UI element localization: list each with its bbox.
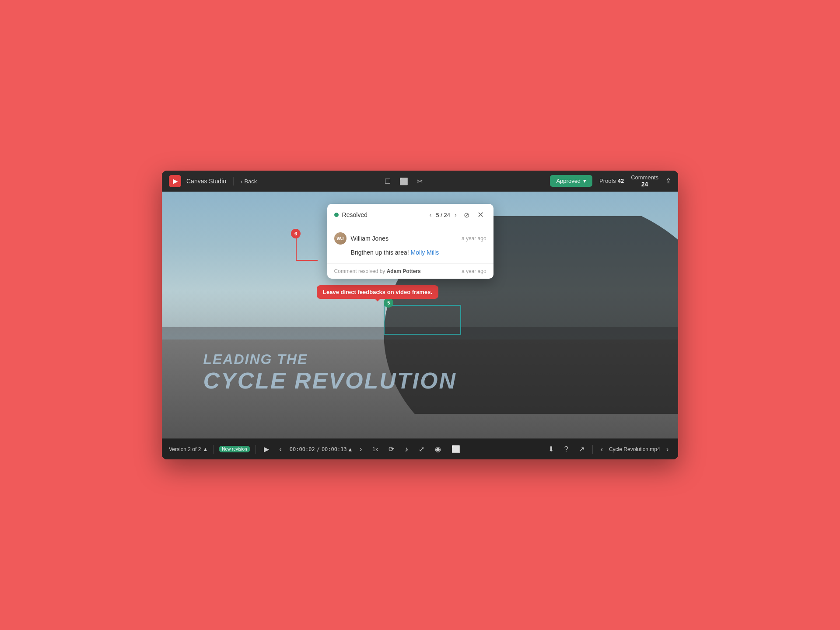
popup-body: WJ William Jones a year ago Brigthen up … [327,226,494,263]
controls-bar: Version 2 of 2 ▲ New revision ▶ ‹ 00:00:… [162,438,678,459]
comment-author-row: WJ William Jones a year ago [334,232,486,245]
comment-text: Brigthen up this area! Molly Mills [334,248,486,257]
new-revision-badge[interactable]: New revision [219,446,250,452]
screen-wrapper: ▶ Canvas Studio ‹ Back ☐ ⬜ ✂ Approved ▾ … [162,171,678,459]
topbar-center: ☐ ⬜ ✂ [262,177,545,186]
author-name: William Jones [351,235,457,242]
video-text-overlay: LEADING THE CYCLE REVOLUTION [203,351,457,394]
loop-button[interactable]: ⟳ [386,443,397,455]
speed-button[interactable]: 1x [370,444,381,454]
eye-button[interactable]: ◉ [432,443,444,455]
file-next-button[interactable]: › [664,444,671,455]
proofs-section: Proofs 42 [599,178,624,184]
resolved-dot [334,213,339,217]
back-chevron-icon: ‹ [241,178,242,185]
mention-link[interactable]: Molly Mills [411,249,439,256]
download-button[interactable]: ⬇ [546,443,556,455]
popup-next-button[interactable]: › [453,210,458,219]
popup-footer: Comment resolved by Adam Potters a year … [327,263,494,279]
timecode: 00:00:02 / 00:00:13 ▲ [290,446,352,452]
play-button[interactable]: ▶ [261,443,272,455]
version-selector[interactable]: Version 2 of 2 ▲ [169,446,208,452]
popup-close-button[interactable]: ✕ [475,209,486,220]
topbar-divider [233,177,234,186]
comment-marker-6[interactable]: 6 [291,229,301,238]
frame-icon[interactable]: ⬜ [399,177,408,186]
comment-icon[interactable]: ☐ [385,177,391,186]
video-area: LEADING THE CYCLE REVOLUTION 6 5 Leave d… [162,192,678,438]
resolved-by: Comment resolved by Adam Potters [334,268,421,274]
popup-prev-button[interactable]: ‹ [428,210,434,219]
comment-popup: Resolved ‹ 5 / 24 › ⊘ ✕ WJ [327,204,494,279]
comment-line-horizontal [296,260,318,261]
feedback-tooltip: Leave direct feedbacks on video frames. [317,285,438,299]
annotation-icon[interactable]: ✂ [417,177,423,186]
next-frame-button[interactable]: › [357,444,364,455]
video-frame: LEADING THE CYCLE REVOLUTION 6 5 Leave d… [162,192,678,438]
comment-time: a year ago [462,235,486,242]
volume-button[interactable]: ♪ [402,444,411,455]
popup-filter-button[interactable]: ⊘ [462,210,471,220]
topbar: ▶ Canvas Studio ‹ Back ☐ ⬜ ✂ Approved ▾ … [162,171,678,192]
approved-button[interactable]: Approved ▾ [550,175,592,187]
timecode-expand-icon: ▲ [349,446,352,452]
captions-button[interactable]: ⬜ [449,443,463,455]
comment-marker-5[interactable]: 5 [384,298,393,308]
ctrl-divider-2 [256,445,256,454]
ctrl-divider-3 [592,445,593,454]
file-prev-button[interactable]: ‹ [598,444,606,455]
resolved-label: Resolved [342,211,424,218]
author-avatar: WJ [334,232,346,245]
dropdown-chevron-icon: ▾ [583,178,586,184]
ctrl-divider-1 [213,445,214,454]
filename: Cycle Revolution.mp4 [609,446,660,452]
comments-section[interactable]: Comments 24 [631,174,658,188]
filename-section: ‹ Cycle Revolution.mp4 › [598,444,671,455]
popup-nav-count: 5 / 24 [436,212,450,218]
popup-nav: ‹ 5 / 24 › [428,210,458,219]
prev-frame-button[interactable]: ‹ [277,444,284,455]
help-button[interactable]: ? [562,444,571,455]
share-icon[interactable]: ⇪ [665,177,671,185]
app-logo: ▶ [169,175,181,187]
popup-header: Resolved ‹ 5 / 24 › ⊘ ✕ [327,204,494,226]
export-button[interactable]: ↗ [576,443,587,455]
back-button[interactable]: ‹ Back [241,178,257,185]
selection-box [384,305,461,335]
footer-time: a year ago [462,268,486,274]
version-chevron-icon: ▲ [203,446,208,452]
fullscreen-button[interactable]: ⤢ [416,443,427,455]
topbar-right: Approved ▾ Proofs 42 Comments 24 ⇪ [550,174,671,188]
app-title: Canvas Studio [186,178,226,185]
